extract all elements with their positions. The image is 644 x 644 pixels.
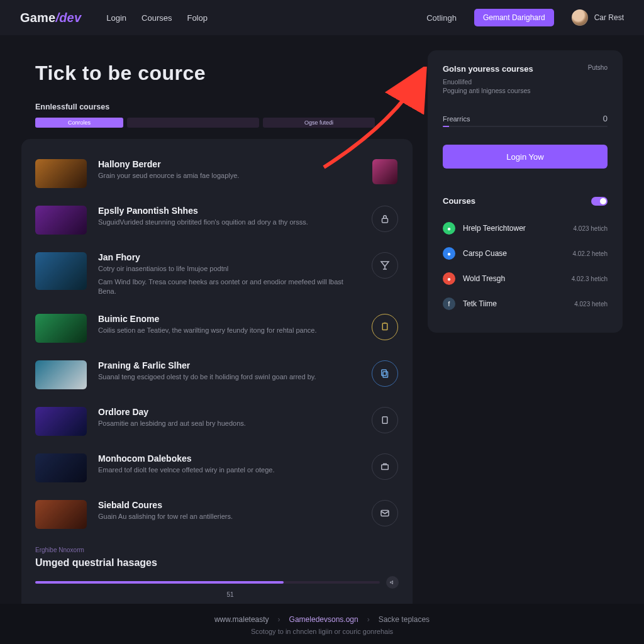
mail-icon [379,508,391,519]
sidebar-course-meta: 4.023 heteh [574,301,608,308]
copy-icon-button[interactable] [372,360,398,387]
course-title: Ordlore Day [98,407,360,417]
lock-icon-button[interactable] [372,206,398,232]
segbar-label: Ennlessfull courses [35,103,413,111]
martini-icon [379,260,391,271]
course-desc: Guain Au salishing for tow rel an antill… [98,512,360,521]
status-dot-icon: ● [443,222,455,235]
course-desc-extra: Cam Wind Iboy. Tresa coune heeks ars oon… [98,277,360,296]
course-row[interactable]: Monhocom Dalebokes Emared tof diolt fee … [35,445,399,491]
nav-links: Login Courses Folop [106,13,208,23]
sidebar-course-row[interactable]: ● Hrelp Teerichtower 4.023 hetich [443,216,608,241]
sidebar-sub2: Poguing anti lnigness courses [443,86,608,95]
progress-value: 51 [62,591,399,598]
sidebar-courses-label: Courses [443,196,475,206]
svg-rect-0 [382,218,388,223]
crumb-3[interactable]: Sacke teplaces [379,615,430,624]
card-footer-eyebrow: Erghibe Nnoxorm [35,547,399,553]
nav-cta-button[interactable]: Gemant Darighard [474,9,554,26]
briefcase-icon-button[interactable] [372,453,398,480]
progress-fill [35,581,284,584]
briefcase-icon [379,461,391,472]
course-thumb [35,252,87,290]
sidebar-course-name: Tetk Tiime [463,299,497,308]
course-row[interactable]: Ordlore Day Posamitie an lesbidng ard au… [35,398,399,445]
sidebar-login-button[interactable]: Login Yow [443,145,608,169]
sidebar-course-name: Hrelp Teerichtower [463,224,526,233]
seg-mid[interactable] [127,118,259,128]
lock-icon [379,213,391,225]
page-footer: www.maleteasty › Gameledevsons.ogn › Sac… [0,604,644,644]
svg-rect-3 [382,370,387,375]
sheet-icon [379,321,391,333]
page-body: Tick to be cource Ennlessfull courses Co… [0,35,644,613]
nav-link-login[interactable]: Login [106,13,126,23]
sidebar-course-meta: 4.02.2 heteh [572,250,608,257]
seg-controls[interactable]: Conroles [35,118,123,128]
course-thumb [35,206,87,235]
course-row[interactable]: Praning & Farlic Slher Suanal teng escig… [35,352,399,398]
sidebar-stat-value: 0 [603,114,608,123]
crumb-2[interactable]: Gameledevsons.ogn [289,615,358,624]
nav-user-name: Car Rest [594,13,624,22]
sidebar-course-row[interactable]: ● Wold Tresgh 4.02.3 hetich [443,266,608,291]
sidebar-toggle[interactable] [591,197,608,206]
course-title: Epslly Panontish Shhes [98,206,360,216]
progress-bar-row [35,576,399,589]
course-title: Jan Fhory [98,252,360,262]
logo-text-a: Game [20,11,55,25]
sidebar-course-row[interactable]: ● Carsp Cuase 4.02.2 heteh [443,241,608,266]
nav-link-courses[interactable]: Courses [142,13,172,23]
martini-icon-button[interactable] [372,252,398,279]
course-row[interactable]: Epslly Panontish Shhes SuguidVurided ste… [35,197,399,243]
course-row[interactable]: Hallony Berder Grain your seud enource i… [35,150,399,197]
avatar [572,9,588,26]
status-dot-icon: f [443,297,455,310]
nav-user[interactable]: Car Rest [572,9,624,26]
file-icon-button[interactable] [372,407,398,433]
main-column: Tick to be cource Ennlessfull courses Co… [21,50,413,613]
nav-link-folop[interactable]: Folop [187,13,208,23]
top-nav: Game/dev Login Courses Folop Cotlingh Ge… [0,0,644,35]
chevron-right-icon: › [367,615,370,624]
course-row[interactable]: Jan Fhory Cotry oir inasentianios to lif… [35,243,399,305]
course-thumb [35,159,87,188]
course-list-panel: Hallony Berder Grain your seud enource i… [21,139,413,613]
logo[interactable]: Game/dev [20,11,81,25]
status-dot-icon: ● [443,272,455,285]
card-footer-title: Umged questrial hasages [35,557,399,569]
logo-text-b: /dev [55,11,81,25]
course-desc: Grain your seud enource is amia fae loga… [98,171,360,180]
course-desc: Cotry oir inasentianios to life Imujoe p… [98,264,360,274]
sidebar-stat-row: Frearrics 0 [443,114,608,123]
sidebar-course-name: Carsp Cuase [463,249,507,258]
progress-chip[interactable] [386,576,399,589]
svg-rect-5 [382,465,389,470]
sidebar-course-row[interactable]: f Tetk Tiime 4.023 heteh [443,291,608,316]
course-desc: SuguidVurided steunning obritited fion's… [98,218,360,227]
segmented-bar: Conroles Ogse futedi [35,118,375,128]
course-thumb [35,407,87,436]
sheet-icon-button[interactable] [372,314,398,340]
nav-link-cotlingh[interactable]: Cotlingh [426,13,457,23]
crumb-1[interactable]: www.maleteasty [214,615,269,624]
breadcrumb: www.maleteasty › Gameledevsons.ogn › Sac… [0,615,644,624]
course-thumb [35,453,87,482]
course-title: Praning & Farlic Slher [98,360,360,370]
course-desc: Suanal teng escigoed olest ty do be it h… [98,372,360,382]
course-row[interactable]: Buimic Enome Coilis setion ae Teatiev, t… [35,305,399,352]
sidebar-badge: Putsho [588,64,608,71]
progress-track[interactable] [35,581,380,584]
svg-rect-1 [382,323,387,330]
copy-icon [379,368,391,379]
chevron-right-icon: › [278,615,280,624]
course-desc: Coilis setion ae Teatiev, the warilting … [98,326,360,335]
course-row[interactable]: Siebald Coures Guain Au salishing for to… [35,491,399,538]
seg-right[interactable]: Ogse futedi [263,118,375,128]
sidebar-divider [443,126,608,127]
page-title: Tick to be cource [35,62,413,85]
course-title: Monhocom Dalebokes [98,453,360,464]
mail-icon-button[interactable] [372,500,398,526]
course-desc: Emared tof diolt fee velnce offeted wiry… [98,465,360,475]
course-desc: Posamitie an lesbidng ard aut seal bry h… [98,419,360,428]
